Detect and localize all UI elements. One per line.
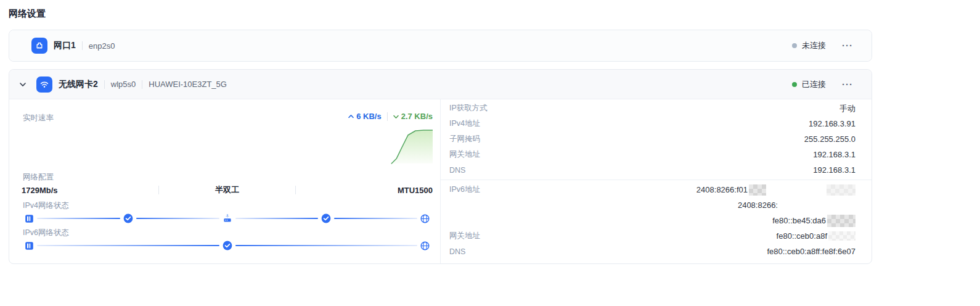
detail-row-ipv6-3: fe80::be45:da6: [449, 213, 855, 228]
wifi-icon: [36, 76, 52, 93]
ipv6-address-text-3: fe80::be45:da6: [772, 216, 826, 225]
dns6-label: DNS: [449, 247, 465, 256]
status-dot-disconnected: [792, 43, 797, 48]
ipv4-address-value: 192.168.3.91: [809, 119, 855, 128]
subnet-mask-label: 子网掩码: [449, 134, 480, 144]
ipv6-address-value-3: fe80::be45:da6: [772, 215, 855, 227]
wifi-status-label: 已连接: [802, 79, 826, 90]
network-config-label: 网络配置: [23, 172, 54, 183]
globe-icon: [420, 214, 430, 223]
arrow-down-icon: [393, 114, 399, 119]
ethernet-status-label: 未连接: [802, 40, 826, 51]
gateway4-label: 网关地址: [449, 149, 480, 160]
chevron-down-icon[interactable]: [18, 80, 28, 89]
divider: [387, 112, 388, 121]
detail-row-ipv6-1: IPv6地址 2408:8266:f01: [449, 182, 855, 197]
check-circle-icon: [123, 213, 133, 223]
nas-device-icon: [25, 214, 34, 223]
gateway6-label: 网关地址: [449, 231, 480, 241]
divider: [142, 80, 142, 89]
detail-row-mask: 子网掩码 255.255.255.0: [449, 131, 855, 147]
check-circle-icon: [223, 241, 232, 250]
wifi-card-header[interactable]: 无线网卡2 wlp5s0 HUAWEI-10E3ZT_5G 已连接 ···: [9, 70, 872, 99]
mtu-value: MTU1500: [296, 186, 433, 195]
nas-device-icon: [25, 241, 34, 250]
section-divider: [441, 180, 872, 180]
ip-method-label: IP获取方式: [449, 103, 488, 114]
status-dot-connected: [792, 82, 797, 87]
dns4-label: DNS: [449, 166, 465, 175]
gateway4-value: 192.168.3.1: [813, 150, 855, 159]
router-icon: [223, 213, 232, 223]
censored-block: [827, 215, 855, 227]
divider: [82, 41, 83, 50]
divider: [104, 80, 105, 89]
upload-rate-value: 6 KB/s: [356, 112, 381, 121]
page-title: 网络设置: [9, 8, 46, 20]
duplex-value: 半双工: [159, 184, 296, 196]
ethernet-card: 网口1 enp2s0 未连接 ···: [9, 30, 872, 62]
download-area-fill: [391, 130, 433, 163]
status-segment: [235, 245, 418, 246]
ipv4-status-line: [22, 213, 433, 224]
ipv6-status-label: IPv6网络状态: [23, 228, 69, 238]
ethernet-interface-name: enp2s0: [89, 41, 115, 51]
dns6-value: fe80::ceb0:a8ff:fe8f:6e07: [767, 247, 855, 256]
ipv6-address-label: IPv6地址: [449, 184, 480, 195]
arrow-up-icon: [348, 114, 354, 119]
link-speed-value: 1729Mb/s: [22, 186, 158, 195]
ipv6-address-value-1: 2408:8266:f01: [696, 184, 855, 196]
wifi-ssid: HUAWEI-10E3ZT_5G: [149, 80, 227, 89]
globe-icon: [420, 241, 430, 250]
more-menu-icon[interactable]: ···: [842, 43, 853, 49]
subnet-mask-value: 255.255.255.0: [804, 134, 855, 144]
censored-block: [827, 184, 855, 196]
ethernet-card-header[interactable]: 网口1 enp2s0 未连接 ···: [9, 30, 872, 61]
ethernet-card-title: 网口1: [54, 40, 76, 51]
realtime-rates: 6 KB/s 2.7 KB/s: [348, 112, 433, 121]
detail-row-gateway4: 网关地址 192.168.3.1: [449, 147, 855, 162]
detail-row-gateway6: 网关地址 fe80::ceb0:a8f: [449, 228, 855, 244]
network-config-row: 1729Mb/s 半双工 MTU1500: [22, 183, 433, 197]
status-segment: [37, 218, 120, 219]
gateway6-value: fe80::ceb0:a8f: [777, 231, 855, 241]
status-segment: [334, 218, 417, 219]
ip-method-value: 手动: [839, 103, 855, 114]
dns4-value: 192.168.3.1: [813, 165, 855, 175]
ipv6-address-value-2: 2408:8266:: [738, 201, 778, 210]
wifi-interface-name: wlp5s0: [111, 80, 136, 89]
detail-row-dns6: DNS fe80::ceb0:a8ff:fe8f:6e07: [449, 244, 855, 259]
wifi-left-panel: 实时速率 6 KB/s 2.7 KB/s: [9, 99, 440, 264]
status-segment: [37, 245, 219, 246]
ipv4-address-label: IPv4地址: [449, 118, 480, 129]
wifi-detail-panel: IP获取方式 手动 IPv4地址 192.168.3.91 子网掩码 255.2…: [440, 99, 872, 264]
check-circle-icon: [321, 213, 331, 223]
ipv4-status-label: IPv4网络状态: [23, 201, 69, 211]
download-rate-value: 2.7 KB/s: [401, 112, 433, 121]
gateway6-text: fe80::ceb0:a8f: [777, 231, 827, 241]
ipv6-address-text-1: 2408:8266:f01: [696, 185, 748, 194]
ethernet-port-icon: [31, 38, 47, 54]
ipv6-status-line: [22, 240, 433, 251]
realtime-rate-label: 实时速率: [23, 113, 54, 123]
upload-rate: 6 KB/s: [348, 112, 381, 121]
censored-block: [828, 231, 855, 241]
more-menu-icon[interactable]: ···: [842, 81, 853, 88]
wifi-card: 无线网卡2 wlp5s0 HUAWEI-10E3ZT_5G 已连接 ··· 实时…: [9, 69, 872, 264]
detail-row-ip-method: IP获取方式 手动: [449, 101, 855, 116]
detail-row-ipv4: IPv4地址 192.168.3.91: [449, 116, 855, 131]
wifi-card-title: 无线网卡2: [59, 79, 98, 90]
download-rate: 2.7 KB/s: [393, 112, 433, 121]
status-segment: [136, 218, 219, 219]
detail-row-ipv6-2: 2408:8266:: [449, 197, 855, 213]
detail-row-dns4: DNS 192.168.3.1: [449, 162, 855, 178]
status-segment: [235, 218, 319, 219]
speed-chart-svg: [22, 124, 433, 165]
censored-block: [749, 184, 766, 196]
speed-chart: [22, 124, 433, 165]
